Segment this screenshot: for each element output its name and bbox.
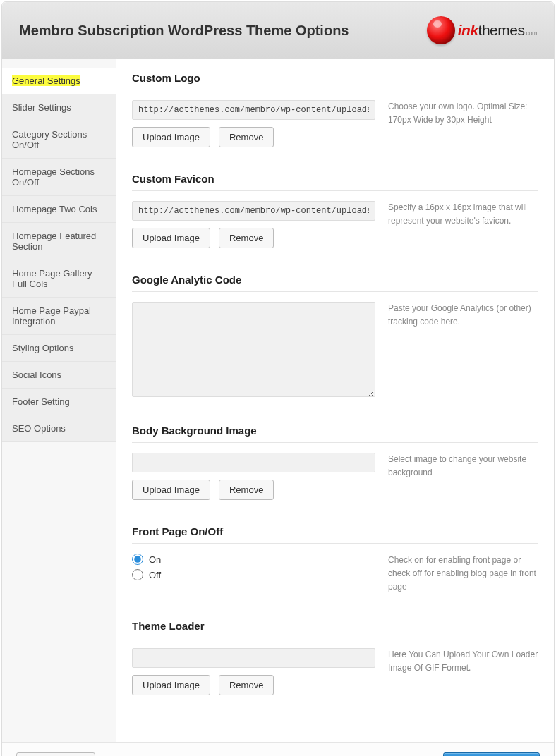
sidebar-item-slider-settings[interactable]: Slider Settings bbox=[2, 94, 116, 121]
upload-logo-button[interactable]: Upload Image bbox=[132, 127, 210, 147]
logo-help-text: Choose your own logo. Optimal Size: 170p… bbox=[388, 100, 538, 147]
sidebar-item-paypal-integration[interactable]: Home Page Paypal Integration bbox=[2, 298, 116, 335]
remove-bodybg-button[interactable]: Remove bbox=[219, 480, 274, 500]
remove-favicon-button[interactable]: Remove bbox=[219, 228, 274, 248]
brand-logo: inkthemes.com bbox=[427, 16, 537, 44]
logo-themes: themes bbox=[478, 22, 525, 38]
header: Membro Subscription WordPress Theme Opti… bbox=[2, 2, 554, 59]
analytics-help-text: Paste your Google Analytics (or other) t… bbox=[388, 302, 538, 399]
upload-bodybg-button[interactable]: Upload Image bbox=[132, 480, 210, 500]
frontpage-off-radio[interactable] bbox=[132, 569, 143, 580]
custom-favicon-input[interactable] bbox=[132, 201, 375, 221]
analytics-textarea[interactable] bbox=[132, 302, 375, 397]
page-title: Membro Subscription WordPress Theme Opti… bbox=[19, 23, 349, 39]
remove-logo-button[interactable]: Remove bbox=[219, 127, 274, 147]
logo-ink: ink bbox=[458, 22, 478, 38]
sidebar-item-homepage-featured[interactable]: Homepage Featured Section bbox=[2, 223, 116, 260]
section-title-analytics: Google Analytic Code bbox=[132, 274, 538, 292]
bodybg-help-text: Select image to change your website back… bbox=[388, 453, 538, 500]
sidebar-item-styling-options[interactable]: Styling Options bbox=[2, 335, 116, 362]
frontpage-on-label: On bbox=[149, 554, 161, 565]
logo-com: .com bbox=[524, 30, 537, 37]
frontpage-on-radio[interactable] bbox=[132, 554, 143, 565]
section-title-loader: Theme Loader bbox=[132, 620, 538, 638]
remove-loader-button[interactable]: Remove bbox=[219, 675, 274, 695]
sidebar-item-general-settings[interactable]: General Settings bbox=[2, 68, 116, 94]
section-title-logo: Custom Logo bbox=[132, 72, 538, 90]
sidebar-item-seo-options[interactable]: SEO Options bbox=[2, 415, 116, 442]
section-title-frontpage: Front Page On/Off bbox=[132, 525, 538, 544]
section-title-favicon: Custom Favicon bbox=[132, 173, 538, 191]
sidebar-item-homepage-two-cols[interactable]: Homepage Two Cols bbox=[2, 196, 116, 223]
loader-help-text: Here You Can Upload Your Own Loader Imag… bbox=[388, 648, 538, 695]
main-content: Custom Logo Upload Image Remove Choose y… bbox=[116, 59, 554, 742]
save-all-changes-button[interactable]: Save All Changes bbox=[443, 752, 540, 756]
frontpage-on-option[interactable]: On bbox=[132, 554, 375, 565]
upload-loader-button[interactable]: Upload Image bbox=[132, 675, 210, 695]
frontpage-off-label: Off bbox=[149, 570, 161, 580]
sidebar-item-social-icons[interactable]: Social Icons bbox=[2, 362, 116, 389]
sidebar-item-footer-setting[interactable]: Footer Setting bbox=[2, 389, 116, 415]
bodybg-input[interactable] bbox=[132, 453, 375, 472]
frontpage-off-option[interactable]: Off bbox=[132, 569, 375, 580]
custom-logo-input[interactable] bbox=[132, 100, 375, 120]
logo-ball-icon bbox=[427, 16, 455, 44]
sidebar: General Settings Slider Settings Categor… bbox=[2, 59, 116, 742]
frontpage-help-text: Check on for enabling front page or chec… bbox=[388, 554, 538, 595]
loader-input[interactable] bbox=[132, 648, 375, 668]
section-title-bodybg: Body Background Image bbox=[132, 425, 538, 443]
reset-options-button[interactable]: Reset Options bbox=[16, 752, 95, 756]
sidebar-item-gallery-full-cols[interactable]: Home Page Gallery Full Cols bbox=[2, 260, 116, 298]
favicon-help-text: Specify a 16px x 16px image that will re… bbox=[388, 201, 538, 248]
sidebar-item-homepage-sections[interactable]: Homepage Sections On/Off bbox=[2, 159, 116, 196]
upload-favicon-button[interactable]: Upload Image bbox=[132, 228, 210, 248]
sidebar-item-category-sections[interactable]: Category Sections On/Off bbox=[2, 121, 116, 159]
footer: Reset Options Save All Changes bbox=[2, 742, 554, 756]
